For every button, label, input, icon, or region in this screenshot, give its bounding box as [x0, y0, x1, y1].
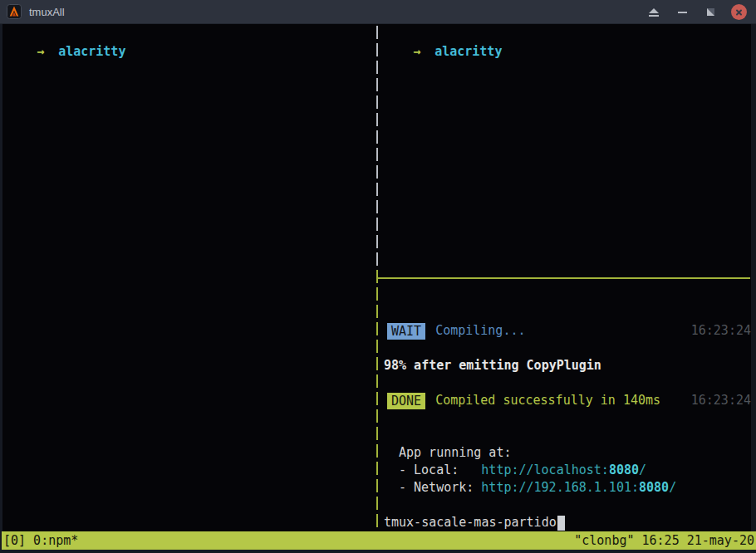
window-left-edge: [0, 24, 2, 553]
window-title: tmuxAll: [29, 0, 65, 24]
window-bottom-edge: [0, 550, 756, 553]
minimize-button[interactable]: [675, 5, 690, 20]
close-button[interactable]: [731, 4, 747, 20]
local-url-suffix[interactable]: /: [639, 462, 646, 479]
wait-badge: WAIT: [387, 323, 425, 340]
timestamp: 16:23:24: [691, 392, 751, 409]
command-input-line[interactable]: tmux-sacale-mas-partido: [384, 514, 751, 531]
local-port[interactable]: 8080: [609, 462, 639, 479]
progress-line: 98% after emitting CopyPlugin: [384, 357, 751, 374]
pane-divider-vertical-inactive[interactable]: [376, 26, 378, 270]
tmux-status-bar: [0] 0:npm* "clonbg" 16:25 21-may-20: [2, 531, 756, 550]
prompt-command: alacritty: [58, 44, 125, 59]
compile-done-line: DONE Compiled successfully in 140ms 16:2…: [384, 392, 751, 409]
left-pane-prompt[interactable]: →alacritty: [7, 26, 125, 43]
pane-divider-horizontal-active[interactable]: [376, 277, 750, 279]
done-badge: DONE: [387, 393, 425, 409]
pane-divider-vertical-active[interactable]: [376, 270, 378, 531]
local-url-line: - Local: http://localhost: 8080 /: [384, 462, 751, 479]
window-controls: [646, 0, 747, 24]
top-right-pane-prompt[interactable]: →alacritty: [383, 26, 502, 43]
maximize-icon: [707, 8, 714, 16]
app-running-text: App running at:: [399, 444, 511, 462]
alacritty-logo-icon: [7, 4, 22, 19]
compile-wait-line: WAIT Compiling... 16:23:24: [384, 322, 751, 340]
progress-text: 98% after emitting CopyPlugin: [384, 357, 601, 374]
network-url[interactable]: http://192.168.1.101:: [481, 479, 639, 497]
window-right-edge: [751, 24, 756, 531]
titlebar[interactable]: tmuxAll: [0, 0, 756, 24]
alacritty-window: tmuxAll →alacritty →alacritty: [0, 0, 756, 553]
tmux-status-left[interactable]: [0] 0:npm*: [3, 531, 78, 550]
app-running-line: App running at:: [384, 444, 751, 462]
compiling-message: Compiling...: [435, 322, 525, 340]
maximize-button[interactable]: [703, 5, 718, 20]
compiled-message: Compiled successfully in 140ms: [435, 392, 660, 409]
network-label: - Network:: [399, 479, 481, 497]
minimize-icon: [678, 12, 687, 13]
network-url-suffix[interactable]: /: [669, 479, 676, 497]
eject-icon: [649, 8, 659, 13]
prompt-arrow-icon: →: [37, 44, 44, 59]
typed-command: tmux-sacale-mas-partido: [384, 514, 557, 531]
tmux-status-right: "clonbg" 16:25 21-may-20: [574, 531, 754, 550]
prompt-command: alacritty: [434, 44, 502, 59]
local-url[interactable]: http://localhost:: [481, 462, 609, 479]
network-url-line: - Network: http://192.168.1.101: 8080 /: [384, 479, 751, 497]
prompt-arrow-icon: →: [413, 44, 420, 59]
timestamp: 16:23:24: [691, 322, 751, 340]
network-port[interactable]: 8080: [639, 479, 669, 497]
local-label: - Local:: [399, 462, 481, 479]
text-cursor: [557, 516, 565, 531]
shade-button[interactable]: [646, 5, 661, 20]
